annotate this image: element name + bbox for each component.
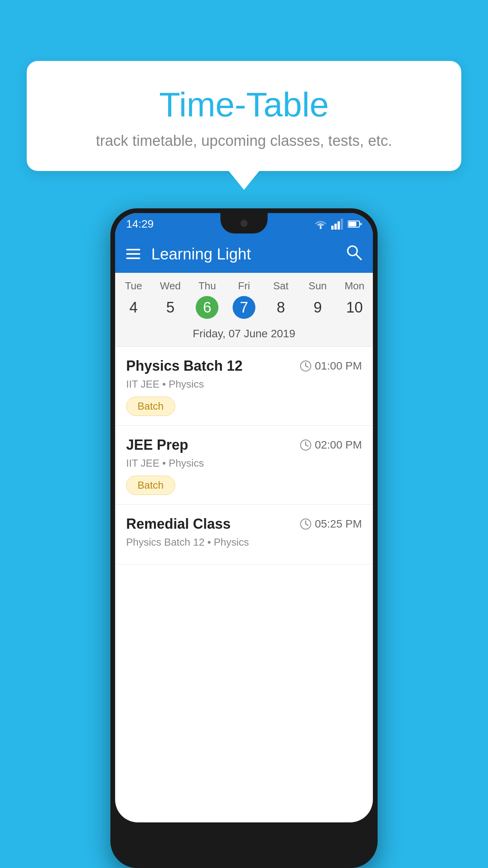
day-name: Mon — [336, 280, 373, 292]
schedule-time: 01:00 PM — [300, 360, 362, 372]
schedule-item-header: Physics Batch 1201:00 PM — [126, 358, 362, 374]
schedule-time-text: 01:00 PM — [315, 360, 362, 372]
status-icons — [314, 219, 362, 230]
phone-mockup: 14:29 — [27, 208, 461, 868]
day-number: 6 — [196, 296, 218, 319]
day-name: Sat — [262, 280, 299, 292]
calendar-day[interactable]: Sat8 — [262, 280, 299, 319]
phone-body: 14:29 — [110, 208, 378, 868]
signal-icon — [331, 219, 344, 230]
app-bar: Learning Light — [115, 235, 373, 273]
svg-rect-3 — [338, 221, 340, 230]
schedule-title: JEE Prep — [126, 437, 188, 453]
schedule-item-header: JEE Prep02:00 PM — [126, 437, 362, 453]
svg-point-0 — [320, 227, 322, 229]
status-bar: 14:29 — [115, 213, 373, 235]
selected-date-label: Friday, 07 June 2019 — [115, 322, 373, 347]
clock-icon — [300, 439, 312, 451]
schedule-title: Physics Batch 12 — [126, 358, 242, 374]
day-number: 8 — [270, 296, 292, 319]
schedule-time: 02:00 PM — [300, 439, 362, 451]
schedule-item-header: Remedial Class05:25 PM — [126, 516, 362, 532]
search-button[interactable] — [345, 244, 362, 264]
batch-badge: Batch — [126, 397, 175, 416]
schedule-list: Physics Batch 1201:00 PMIIT JEE • Physic… — [115, 347, 373, 565]
calendar-day[interactable]: Tue4 — [115, 280, 152, 319]
schedule-time-text: 02:00 PM — [315, 439, 362, 451]
phone-screen: 14:29 — [115, 213, 373, 822]
schedule-meta: IIT JEE • Physics — [126, 378, 362, 390]
batch-badge: Batch — [126, 476, 175, 495]
day-name: Fri — [226, 280, 262, 292]
day-number: 7 — [233, 296, 255, 319]
schedule-title: Remedial Class — [126, 516, 231, 532]
schedule-item[interactable]: Physics Batch 1201:00 PMIIT JEE • Physic… — [115, 347, 373, 426]
notch — [220, 213, 268, 234]
calendar-day[interactable]: Mon10 — [336, 280, 373, 319]
speech-bubble-card: Time-Table track timetable, upcoming cla… — [27, 61, 461, 171]
svg-rect-2 — [334, 224, 337, 230]
calendar-days-header: Tue4Wed5Thu6Fri7Sat8Sun9Mon10 — [115, 273, 373, 322]
clock-icon — [300, 360, 312, 372]
schedule-item[interactable]: Remedial Class05:25 PMPhysics Batch 12 •… — [115, 505, 373, 565]
calendar-day[interactable]: Wed5 — [152, 280, 189, 319]
day-name: Thu — [189, 280, 226, 292]
battery-icon — [348, 220, 362, 228]
status-time: 14:29 — [126, 218, 154, 230]
calendar-day[interactable]: Thu6 — [189, 280, 226, 319]
schedule-meta: Physics Batch 12 • Physics — [126, 536, 362, 548]
schedule-meta: IIT JEE • Physics — [126, 457, 362, 469]
svg-rect-4 — [341, 219, 343, 230]
calendar-strip: Tue4Wed5Thu6Fri7Sat8Sun9Mon10 Friday, 07… — [115, 273, 373, 347]
svg-line-15 — [306, 445, 308, 446]
day-number: 5 — [159, 296, 182, 319]
svg-line-9 — [356, 254, 361, 259]
bubble-title: Time-Table — [46, 85, 442, 125]
bubble-subtitle: track timetable, upcoming classes, tests… — [46, 132, 442, 149]
calendar-day[interactable]: Sun9 — [299, 280, 336, 319]
clock-icon — [300, 518, 312, 530]
day-number: 9 — [306, 296, 329, 319]
schedule-time-text: 05:25 PM — [315, 518, 362, 530]
svg-line-18 — [306, 524, 308, 525]
day-name: Wed — [152, 280, 189, 292]
schedule-item[interactable]: JEE Prep02:00 PMIIT JEE • PhysicsBatch — [115, 426, 373, 505]
day-name: Sun — [299, 280, 336, 292]
wifi-icon — [314, 219, 327, 230]
calendar-day[interactable]: Fri7 — [226, 280, 262, 319]
svg-line-12 — [306, 366, 308, 367]
app-title: Learning Light — [151, 245, 334, 263]
svg-rect-7 — [360, 223, 362, 225]
day-number: 4 — [122, 296, 145, 319]
day-number: 10 — [343, 296, 366, 319]
camera-notch — [240, 220, 248, 227]
svg-rect-1 — [331, 226, 334, 230]
day-name: Tue — [115, 280, 152, 292]
svg-rect-6 — [349, 222, 356, 226]
schedule-time: 05:25 PM — [300, 518, 362, 530]
menu-button[interactable] — [126, 249, 140, 259]
